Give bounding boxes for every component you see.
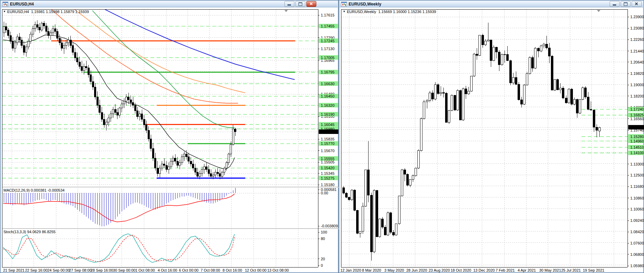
ohlc-info-line[interactable]: ▼ EURUSD,H4 1.15981 1.15998 1.15879 1.15… bbox=[3, 10, 89, 14]
svg-text:30 Sep 00:00: 30 Sep 00:00 bbox=[113, 268, 135, 272]
svg-text:1.15275: 1.15275 bbox=[321, 176, 335, 180]
svg-text:1.23080: 1.23080 bbox=[630, 26, 644, 30]
svg-text:20: 20 bbox=[321, 257, 325, 261]
titlebar-eurusd-weekly[interactable]: EURUSD,Weekly bbox=[340, 1, 643, 7]
close-button[interactable] bbox=[632, 1, 642, 7]
svg-text:1.18200: 1.18200 bbox=[630, 94, 644, 98]
restore-button[interactable] bbox=[621, 1, 631, 7]
svg-text:1.15180: 1.15180 bbox=[321, 183, 335, 187]
svg-text:1.16825: 1.16825 bbox=[630, 113, 644, 117]
svg-text:6 Oct 00:00: 6 Oct 00:00 bbox=[179, 268, 199, 272]
svg-text:1.15280: 1.15280 bbox=[630, 135, 644, 139]
restore-icon bbox=[624, 2, 628, 6]
minimize-icon bbox=[287, 4, 291, 5]
svg-text:8 Mar 2020: 8 Mar 2020 bbox=[362, 268, 381, 272]
svg-text:100: 100 bbox=[321, 230, 327, 234]
svg-text:-0.003809: -0.003809 bbox=[321, 224, 338, 228]
svg-text:22 Sep 16:00: 22 Sep 16:00 bbox=[25, 268, 47, 272]
svg-text:1.17245: 1.17245 bbox=[321, 39, 335, 43]
svg-text:1.23900: 1.23900 bbox=[630, 15, 644, 19]
svg-text:1.16795: 1.16795 bbox=[321, 70, 335, 74]
close-button[interactable] bbox=[306, 1, 316, 7]
symbol-dropdown-icon[interactable]: ▼ bbox=[3, 10, 6, 13]
svg-text:1.16190: 1.16190 bbox=[321, 112, 335, 116]
svg-text:1.16450: 1.16450 bbox=[321, 94, 335, 98]
svg-text:1.22260: 1.22260 bbox=[630, 37, 644, 42]
svg-text:21 Sep 2021: 21 Sep 2021 bbox=[3, 268, 24, 272]
macd-indicator-label: MACD(12,26,9) 0.000381 -0.000534 bbox=[3, 188, 65, 192]
svg-text:1.15670: 1.15670 bbox=[321, 149, 335, 153]
minimize-button[interactable] bbox=[284, 1, 294, 7]
svg-text:80: 80 bbox=[321, 237, 325, 241]
svg-text:24 Sep 00:00: 24 Sep 00:00 bbox=[47, 268, 70, 272]
svg-text:1.15420: 1.15420 bbox=[321, 166, 335, 170]
svg-text:1.17455: 1.17455 bbox=[321, 24, 335, 28]
svg-text:1.15770: 1.15770 bbox=[321, 141, 335, 146]
svg-text:1.14100: 1.14100 bbox=[630, 151, 644, 155]
svg-text:4 Oct 16:00: 4 Oct 16:00 bbox=[158, 268, 177, 272]
chart-window-eurusd-h4: 0.0005810.00-0.003809100802001.176151.17… bbox=[0, 0, 339, 273]
svg-text:8 Oct 16:00: 8 Oct 16:00 bbox=[223, 268, 242, 272]
window-title: EURUSD,H4 bbox=[10, 2, 34, 7]
svg-text:1.15939: 1.15939 bbox=[321, 130, 335, 134]
svg-text:1.19820: 1.19820 bbox=[630, 71, 644, 76]
svg-text:1.17005: 1.17005 bbox=[321, 56, 335, 60]
svg-text:1.16045: 1.16045 bbox=[321, 123, 335, 127]
svg-text:1.14960: 1.14960 bbox=[630, 139, 644, 143]
svg-text:4 Apr 2021: 4 Apr 2021 bbox=[518, 268, 536, 272]
symbol-dropdown-icon[interactable]: ▼ bbox=[343, 10, 346, 13]
svg-text:1.08420: 1.08420 bbox=[630, 230, 644, 234]
svg-text:12 Jan 2020: 12 Jan 2020 bbox=[340, 268, 361, 272]
svg-text:1.17240: 1.17240 bbox=[630, 107, 644, 111]
svg-text:1.13300: 1.13300 bbox=[630, 162, 644, 166]
svg-text:3 May 2020: 3 May 2020 bbox=[384, 268, 404, 272]
svg-text:1.15555: 1.15555 bbox=[321, 157, 335, 161]
svg-text:30 May 2021: 30 May 2021 bbox=[539, 268, 561, 272]
svg-text:1.14510: 1.14510 bbox=[630, 145, 644, 149]
svg-text:1.11680: 1.11680 bbox=[630, 184, 644, 189]
svg-text:1.05980: 1.05980 bbox=[630, 264, 644, 268]
svg-text:1.07600: 1.07600 bbox=[630, 241, 644, 245]
svg-text:1.19000: 1.19000 bbox=[630, 83, 644, 87]
chart-canvas-eurusd-weekly[interactable]: 1.239001.230801.222601.214401.206401.198… bbox=[339, 0, 644, 273]
svg-text:1.10060: 1.10060 bbox=[630, 207, 644, 211]
svg-text:0.00: 0.00 bbox=[321, 191, 328, 195]
minimize-button[interactable] bbox=[610, 1, 620, 7]
svg-text:12 Oct 00:00: 12 Oct 00:00 bbox=[245, 268, 267, 272]
svg-text:1.17615: 1.17615 bbox=[321, 13, 335, 17]
svg-text:1.16560: 1.16560 bbox=[630, 117, 644, 121]
svg-text:27 Sep 08:00: 27 Sep 08:00 bbox=[69, 268, 91, 272]
svg-text:1.16630: 1.16630 bbox=[321, 82, 335, 86]
svg-text:1.10860: 1.10860 bbox=[630, 196, 644, 200]
chart-window-icon bbox=[341, 2, 347, 7]
metatrader-workspace: { "app": {"background": "#9db8d2"}, "col… bbox=[0, 0, 644, 273]
titlebar-eurusd-h4[interactable]: EURUSD,H4 bbox=[1, 1, 338, 7]
ohlc-values: EURUSD,Weekly 1.15669 1.16000 1.15236 1.… bbox=[347, 10, 436, 14]
svg-text:0: 0 bbox=[321, 263, 323, 268]
svg-text:7 Oct 08:00: 7 Oct 08:00 bbox=[201, 268, 220, 272]
restore-icon bbox=[298, 2, 302, 6]
svg-text:1.15939: 1.15939 bbox=[630, 125, 644, 129]
svg-text:1.09240: 1.09240 bbox=[630, 218, 644, 223]
window-title: EURUSD,Weekly bbox=[349, 2, 381, 7]
svg-text:1.20640: 1.20640 bbox=[630, 60, 644, 64]
svg-text:1.15345: 1.15345 bbox=[321, 171, 335, 175]
minimize-icon bbox=[613, 4, 616, 5]
svg-text:1.21440: 1.21440 bbox=[630, 49, 644, 53]
stoch-indicator-label: Stoch(13,3,3) 94.0629 86.8255 bbox=[3, 230, 56, 234]
svg-text:1.15835: 1.15835 bbox=[321, 137, 335, 141]
restore-button[interactable] bbox=[295, 1, 305, 7]
svg-text:7 Feb 2021: 7 Feb 2021 bbox=[496, 268, 515, 272]
ohlc-info-line[interactable]: ▼ EURUSD,Weekly 1.15669 1.16000 1.15236 … bbox=[343, 10, 436, 14]
svg-text:28 Jun 2020: 28 Jun 2020 bbox=[406, 268, 427, 272]
svg-text:25 Jul 2021: 25 Jul 2021 bbox=[561, 268, 581, 272]
ohlc-values: EURUSD,H4 1.15981 1.15998 1.15879 1.1593… bbox=[7, 10, 89, 14]
svg-text:1 Oct 08:00: 1 Oct 08:00 bbox=[135, 268, 155, 272]
svg-text:28 Sep 16:00: 28 Sep 16:00 bbox=[91, 268, 113, 272]
svg-text:19 Sep 2021: 19 Sep 2021 bbox=[583, 268, 604, 272]
svg-text:18 Oct 2020: 18 Oct 2020 bbox=[451, 268, 471, 272]
chart-window-eurusd-weekly: 1.239001.230801.222601.214401.206401.198… bbox=[339, 0, 644, 273]
svg-text:23 Aug 2020: 23 Aug 2020 bbox=[429, 268, 450, 272]
svg-text:13 Dec 2020: 13 Dec 2020 bbox=[473, 268, 495, 272]
svg-text:13 Oct 08:00: 13 Oct 08:00 bbox=[267, 268, 289, 272]
